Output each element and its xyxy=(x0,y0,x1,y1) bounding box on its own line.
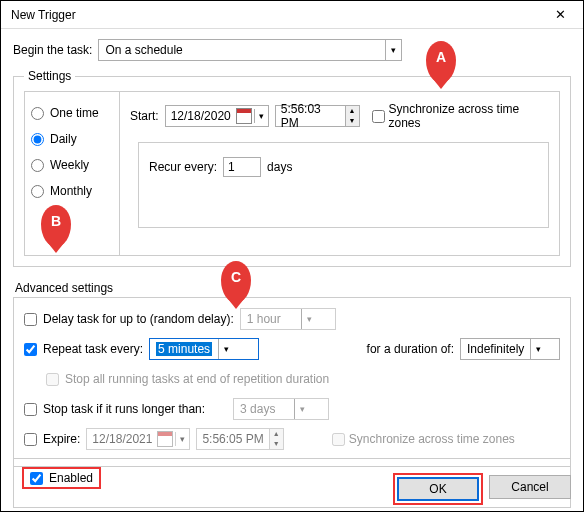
delay-select: 1 hour▾ xyxy=(240,308,336,330)
schedule-panel: Start: 12/18/2020 ▾ 5:56:03 PM ▲▼ Synchr… xyxy=(119,91,560,256)
window-title: New Trigger xyxy=(11,8,76,22)
radio-weekly[interactable]: Weekly xyxy=(31,158,113,172)
delay-label: Delay task for up to (random delay): xyxy=(43,312,234,326)
stop-if-checkbox[interactable] xyxy=(24,403,37,416)
expire-time-input[interactable]: 5:56:05 PM ▲▼ xyxy=(196,428,283,450)
begin-task-label: Begin the task: xyxy=(13,43,92,57)
sync-timezones-checkbox[interactable]: Synchronize across time zones xyxy=(372,102,549,130)
stop-if-select: 3 days▾ xyxy=(233,398,329,420)
stop-if-label: Stop task if it runs longer than: xyxy=(43,402,205,416)
duration-label: for a duration of: xyxy=(367,342,454,356)
repeat-checkbox[interactable] xyxy=(24,343,37,356)
repeat-select[interactable]: 5 minutes▾ xyxy=(149,338,259,360)
expire-label: Expire: xyxy=(43,432,80,446)
button-row: OK Cancel xyxy=(13,466,571,503)
expire-date-input[interactable]: 12/18/2021 ▾ xyxy=(86,428,190,450)
begin-task-select[interactable]: On a schedule ▾ xyxy=(98,39,402,61)
chevron-down-icon: ▾ xyxy=(385,40,401,60)
recur-value-input[interactable] xyxy=(223,157,261,177)
expire-checkbox[interactable] xyxy=(24,433,37,446)
delay-checkbox[interactable] xyxy=(24,313,37,326)
calendar-icon xyxy=(236,108,252,124)
radio-onetime[interactable]: One time xyxy=(31,106,113,120)
start-label: Start: xyxy=(130,109,159,123)
expire-sync-checkbox: Synchronize across time zones xyxy=(332,432,515,446)
settings-legend: Settings xyxy=(24,69,75,83)
time-spinner[interactable]: ▲▼ xyxy=(345,106,359,126)
radio-monthly[interactable]: Monthly xyxy=(31,184,113,198)
frequency-panel: One time Daily Weekly Monthly xyxy=(24,91,119,256)
chevron-down-icon: ▾ xyxy=(254,109,268,123)
calendar-icon xyxy=(157,431,173,447)
cancel-button[interactable]: Cancel xyxy=(489,475,571,499)
duration-select[interactable]: Indefinitely▾ xyxy=(460,338,560,360)
recur-panel: Recur every: days xyxy=(138,142,549,228)
stop-all-label: Stop all running tasks at end of repetit… xyxy=(65,372,329,386)
recur-unit-label: days xyxy=(267,160,292,174)
advanced-legend: Advanced settings xyxy=(15,281,571,295)
repeat-label: Repeat task every: xyxy=(43,342,143,356)
start-date-input[interactable]: 12/18/2020 ▾ xyxy=(165,105,269,127)
stop-all-checkbox xyxy=(46,373,59,386)
ok-button[interactable]: OK xyxy=(397,477,479,501)
close-icon[interactable]: ✕ xyxy=(545,4,575,26)
settings-fieldset: Settings One time Daily Weekly Monthly S… xyxy=(13,69,571,267)
start-time-input[interactable]: 5:56:03 PM ▲▼ xyxy=(275,105,360,127)
radio-daily[interactable]: Daily xyxy=(31,132,113,146)
recur-label: Recur every: xyxy=(149,160,217,174)
title-bar: New Trigger ✕ xyxy=(1,1,583,29)
